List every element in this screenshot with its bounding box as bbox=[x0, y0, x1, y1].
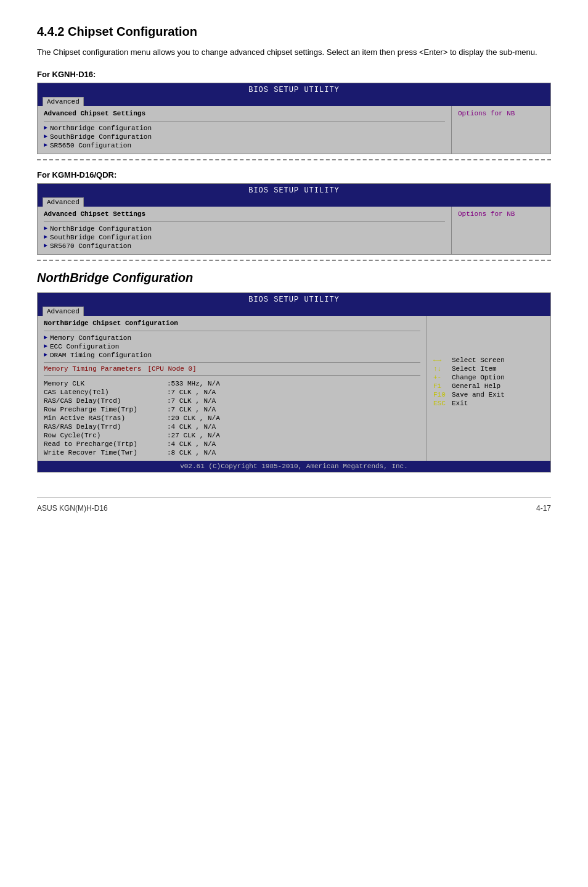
list-item[interactable]: ► DRAM Timing Configuration bbox=[44, 351, 420, 360]
arrow-icon: ► bbox=[44, 133, 47, 140]
param-name-7: Read to Precharge(Trtp) bbox=[44, 440, 167, 448]
arrow-icon: ► bbox=[44, 234, 47, 241]
memory-timing-node: [CPU Node 0] bbox=[147, 365, 196, 373]
kgmh-item-1: NorthBridge Configuration bbox=[50, 225, 152, 233]
arrow-icon: ► bbox=[44, 125, 47, 131]
list-item[interactable]: ► SouthBridge Configuration bbox=[44, 133, 445, 141]
table-row: Write Recover Time(Twr) :8 CLK , N/A bbox=[44, 448, 420, 457]
kgnh-main: Advanced Chipset Settings ► NorthBridge … bbox=[38, 106, 452, 154]
key-sym-f1: F1 bbox=[433, 382, 452, 390]
kgmh-item-3: SR5670 Configuration bbox=[50, 242, 131, 250]
param-name-4: Min Active RAS(Tras) bbox=[44, 415, 167, 422]
intro-paragraph: The Chipset configuration menu allows yo… bbox=[37, 46, 551, 59]
param-name-1: CAS Latency(Tcl) bbox=[44, 389, 167, 396]
northbridge-bios-footer: v02.61 (C)Copyright 1985-2010, American … bbox=[38, 461, 550, 472]
key-label-changeoption: Change Option bbox=[452, 374, 505, 381]
param-value-4: :20 CLK , N/A bbox=[167, 415, 420, 422]
northbridge-advanced-tab[interactable]: Advanced bbox=[43, 307, 84, 316]
param-value-8: :8 CLK , N/A bbox=[167, 449, 420, 456]
kgmh-tab-row: Advanced bbox=[38, 196, 550, 207]
kgmh-item-2: SouthBridge Configuration bbox=[50, 234, 152, 241]
northbridge-title: NorthBridge Configuration bbox=[37, 271, 551, 285]
arrow-icon: ► bbox=[44, 142, 47, 149]
dashed-sep-1 bbox=[37, 159, 551, 160]
key-label-selectitem: Select Item bbox=[452, 365, 497, 373]
page-title: 4.4.2 Chipset Configuration bbox=[37, 25, 551, 39]
kgmh-content: Advanced Chipset Settings ► NorthBridge … bbox=[38, 207, 550, 254]
kgnh-bios-box: BIOS SETUP UTILITY Advanced Advanced Chi… bbox=[37, 83, 551, 154]
page-footer: ASUS KGN(M)H-D16 4-17 bbox=[37, 497, 551, 513]
kgnh-item-3: SR5650 Configuration bbox=[50, 142, 131, 149]
table-row: Read to Precharge(Trtp) :4 CLK , N/A bbox=[44, 440, 420, 448]
table-row: Row Precharge Time(Trp) :7 CLK , N/A bbox=[44, 405, 420, 414]
northbridge-side: ←→ Select Screen ↑↓ Select Item +- Chang… bbox=[427, 316, 550, 461]
key-label-exit: Exit bbox=[452, 400, 468, 407]
side-key-row: F1 General Help bbox=[433, 382, 544, 390]
footer-right: 4-17 bbox=[536, 504, 551, 513]
list-item[interactable]: ► NorthBridge Configuration bbox=[44, 225, 445, 233]
kgmh-label: For KGMH-D16/QDR: bbox=[37, 170, 551, 179]
param-value-5: :4 CLK , N/A bbox=[167, 423, 420, 431]
kgmh-advanced-tab[interactable]: Advanced bbox=[43, 197, 84, 207]
param-name-8: Write Recover Time(Twr) bbox=[44, 449, 167, 456]
arrow-icon: ► bbox=[44, 334, 47, 341]
key-label-saveexit: Save and Exit bbox=[452, 391, 505, 398]
kgnh-bios-header: BIOS SETUP UTILITY bbox=[38, 83, 550, 96]
param-value-7: :4 CLK , N/A bbox=[167, 440, 420, 448]
kgmh-main-header: Advanced Chipset Settings bbox=[44, 210, 445, 218]
kgnh-item-2: SouthBridge Configuration bbox=[50, 133, 152, 141]
table-row: Memory CLK :533 MHz, N/A bbox=[44, 379, 420, 388]
key-sym-plusminus: +- bbox=[433, 374, 452, 381]
northbridge-content: NorthBridge Chipset Configuration ► Memo… bbox=[38, 316, 550, 461]
kgnh-label: For KGNH-D16: bbox=[37, 70, 551, 79]
key-label-selectscreen: Select Screen bbox=[452, 357, 505, 364]
param-value-3: :7 CLK , N/A bbox=[167, 406, 420, 413]
list-item[interactable]: ► SR5650 Configuration bbox=[44, 141, 445, 150]
table-row: RAS/RAS Delay(Trrd) :4 CLK , N/A bbox=[44, 423, 420, 431]
table-row: Min Active RAS(Tras) :20 CLK , N/A bbox=[44, 414, 420, 423]
arrow-icon: ► bbox=[44, 242, 47, 249]
kgnh-content: Advanced Chipset Settings ► NorthBridge … bbox=[38, 106, 550, 154]
dashed-sep-2 bbox=[37, 260, 551, 261]
northbridge-main-header: NorthBridge Chipset Configuration bbox=[44, 320, 420, 327]
param-value-2: :7 CLK , N/A bbox=[167, 397, 420, 405]
param-value-0: :533 MHz, N/A bbox=[167, 380, 420, 387]
side-key-row: ↑↓ Select Item bbox=[433, 365, 544, 373]
kgnh-main-header: Advanced Chipset Settings bbox=[44, 110, 445, 117]
arrow-icon: ► bbox=[44, 352, 47, 358]
northbridge-bios-box: BIOS SETUP UTILITY Advanced NorthBridge … bbox=[37, 292, 551, 472]
table-row: RAS/CAS Delay(Trcd) :7 CLK , N/A bbox=[44, 397, 420, 405]
kgnh-side: Options for NB bbox=[452, 106, 550, 154]
arrow-icon: ► bbox=[44, 343, 47, 350]
list-item[interactable]: ► SouthBridge Configuration bbox=[44, 233, 445, 242]
nb-item-2: ECC Configuration bbox=[50, 343, 119, 350]
key-sym-esc: ESC bbox=[433, 400, 452, 407]
param-name-2: RAS/CAS Delay(Trcd) bbox=[44, 397, 167, 405]
param-name-6: Row Cycle(Trc) bbox=[44, 432, 167, 439]
list-item[interactable]: ► NorthBridge Configuration bbox=[44, 124, 445, 133]
param-value-1: :7 CLK , N/A bbox=[167, 389, 420, 396]
table-row: Row Cycle(Trc) :27 CLK , N/A bbox=[44, 431, 420, 440]
list-item[interactable]: ► ECC Configuration bbox=[44, 342, 420, 351]
footer-left: ASUS KGN(M)H-D16 bbox=[37, 504, 108, 513]
northbridge-main: NorthBridge Chipset Configuration ► Memo… bbox=[38, 316, 427, 461]
param-name-3: Row Precharge Time(Trp) bbox=[44, 406, 167, 413]
key-label-generalhelp: General Help bbox=[452, 382, 500, 390]
key-sym-f10: F10 bbox=[433, 391, 452, 398]
nb-item-3: DRAM Timing Configuration bbox=[50, 352, 152, 359]
side-key-row: +- Change Option bbox=[433, 374, 544, 381]
side-key-row: ESC Exit bbox=[433, 400, 544, 407]
kgnh-advanced-tab[interactable]: Advanced bbox=[43, 97, 84, 106]
kgmh-bios-box: BIOS SETUP UTILITY Advanced Advanced Chi… bbox=[37, 183, 551, 255]
key-sym-updown: ↑↓ bbox=[433, 365, 452, 373]
param-name-5: RAS/RAS Delay(Trrd) bbox=[44, 423, 167, 431]
arrow-icon: ► bbox=[44, 225, 47, 232]
nb-item-1: Memory Configuration bbox=[50, 334, 131, 342]
param-value-6: :27 CLK , N/A bbox=[167, 432, 420, 439]
kgmh-side: Options for NB bbox=[452, 207, 550, 254]
list-item[interactable]: ► SR5670 Configuration bbox=[44, 242, 445, 250]
side-key-row: ←→ Select Screen bbox=[433, 357, 544, 364]
list-item[interactable]: ► Memory Configuration bbox=[44, 334, 420, 342]
northbridge-tab-row: Advanced bbox=[38, 305, 550, 316]
table-row: CAS Latency(Tcl) :7 CLK , N/A bbox=[44, 388, 420, 397]
